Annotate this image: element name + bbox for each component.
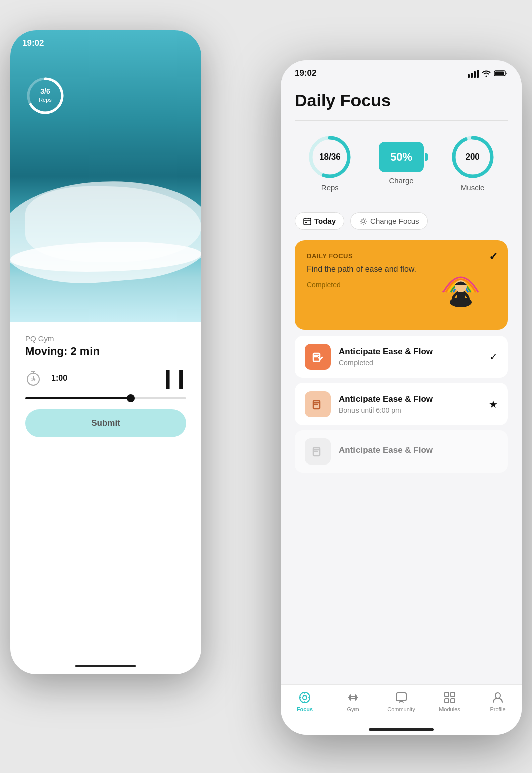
tab-focus[interactable]: Focus: [281, 691, 329, 712]
svg-rect-27: [396, 693, 406, 701]
tab-community[interactable]: Community: [377, 691, 425, 712]
meditation-illustration: ✦ ✦ ✦: [430, 252, 496, 318]
list-item-3[interactable]: Anticipate Ease & Flow: [295, 430, 508, 473]
change-focus-button[interactable]: Change Focus: [350, 212, 428, 230]
page-title: Daily Focus: [295, 91, 508, 110]
modules-tab-icon: [443, 691, 456, 704]
svg-text:✦: ✦: [478, 269, 482, 273]
list-item-2-title: Anticipate Ease & Flow: [339, 394, 481, 404]
buttons-row: Today Change Focus: [295, 212, 508, 230]
community-tab-icon: [395, 691, 408, 704]
front-phone: 19:02 Daily Focus: [281, 60, 522, 735]
list-item-1[interactable]: Anticipate Ease & Flow Completed ✓: [295, 336, 508, 378]
tab-bar: Focus Gym Community: [281, 684, 522, 735]
svg-rect-31: [451, 699, 455, 703]
submit-button[interactable]: Submit: [25, 409, 186, 437]
stats-row: 18/36 Reps 50% Charge: [295, 131, 508, 202]
charge-label: Charge: [389, 176, 413, 185]
divider: [295, 120, 508, 121]
back-status-time: 19:02: [22, 38, 44, 48]
svg-rect-30: [445, 699, 449, 703]
stat-reps: 18/36 Reps: [308, 135, 352, 192]
svg-rect-7: [495, 72, 504, 75]
progress-thumb[interactable]: [127, 394, 135, 402]
focus-tab-icon: [298, 691, 311, 704]
back-status-bar: 19:02: [10, 30, 201, 56]
tab-profile-label: Profile: [490, 706, 505, 712]
svg-rect-29: [451, 692, 455, 697]
list-item-2[interactable]: Anticipate Ease & Flow Bonus until 6:00 …: [295, 383, 508, 425]
focus-card-check: ✓: [489, 250, 498, 263]
svg-text:✦: ✦: [440, 270, 445, 276]
divider2: [295, 202, 508, 202]
front-home-indicator: [369, 728, 434, 731]
stat-muscle: 200 Muscle: [451, 135, 495, 192]
gym-info: PQ Gym Moving: 2 min 10 1:00 ❙❙ Submit: [10, 322, 201, 449]
home-indicator: [75, 665, 136, 667]
list-item-1-action: ✓: [489, 351, 498, 363]
reps-label: Reps: [321, 183, 339, 192]
charge-value: 50%: [390, 150, 412, 164]
exercise-title: Moving: 2 min: [25, 345, 186, 358]
muscle-stat-circle: 200: [451, 135, 495, 179]
svg-text:Reps: Reps: [39, 97, 52, 103]
timer-icon: 10: [25, 370, 41, 386]
ocean-background: 3/6 Reps: [10, 30, 201, 322]
svg-rect-28: [445, 692, 449, 697]
timer-row: 10 1:00 ❙❙: [25, 368, 186, 389]
list-item-2-action: ★: [489, 398, 498, 410]
time-label: 1:00: [51, 374, 67, 383]
page-content: Daily Focus 18/36 Reps 50%: [281, 83, 522, 473]
focus-card-desc: Find the path of ease and flow.: [307, 264, 430, 275]
today-button[interactable]: Today: [295, 212, 344, 230]
tab-gym-label: Gym: [347, 706, 359, 712]
focus-card-status: Completed: [307, 281, 430, 289]
svg-rect-12: [304, 218, 311, 225]
tab-community-label: Community: [387, 706, 415, 712]
svg-point-25: [303, 695, 307, 700]
list-item-1-title: Anticipate Ease & Flow: [339, 347, 481, 357]
tab-focus-label: Focus: [297, 706, 313, 712]
wifi-icon: [482, 70, 491, 77]
list-item-1-subtitle: Completed: [339, 359, 481, 367]
focus-card[interactable]: Daily Focus Find the path of ease and fl…: [295, 240, 508, 330]
svg-text:3/6: 3/6: [40, 87, 50, 95]
list-icon-1: [305, 344, 331, 370]
list-item-2-subtitle: Bonus until 6:00 pm: [339, 406, 481, 414]
tab-gym[interactable]: Gym: [329, 691, 377, 712]
svg-rect-26: [350, 697, 356, 699]
focus-card-badge: Daily Focus: [307, 252, 430, 260]
tab-profile[interactable]: Profile: [474, 691, 522, 712]
battery-icon: [494, 70, 508, 77]
list-item-3-title: Anticipate Ease & Flow: [339, 445, 498, 455]
svg-text:✦: ✦: [473, 277, 476, 280]
muscle-label: Muscle: [461, 183, 485, 192]
stat-charge: 50% Charge: [379, 142, 424, 185]
calendar-icon: [303, 217, 311, 225]
list-icon-2: [305, 391, 331, 417]
reps-stat-circle: 18/36: [308, 135, 352, 179]
list-icon-3: [305, 438, 331, 465]
signal-icon: [468, 70, 479, 78]
reps-circle: 3/6 Reps: [25, 75, 65, 116]
gym-tab-icon: [346, 691, 360, 704]
gym-label: PQ Gym: [25, 334, 186, 343]
svg-text:10: 10: [31, 377, 36, 382]
tab-modules[interactable]: Modules: [425, 691, 474, 712]
progress-track: [25, 397, 186, 399]
svg-rect-13: [305, 222, 307, 223]
sun-icon: [359, 217, 367, 225]
pause-button[interactable]: ❙❙: [160, 368, 186, 389]
progress-fill: [25, 397, 130, 399]
front-status-bar: 19:02: [281, 60, 522, 83]
svg-point-14: [362, 220, 365, 223]
muscle-value: 200: [465, 152, 479, 162]
status-icons: [468, 70, 508, 78]
charge-box: 50%: [379, 142, 424, 172]
tab-modules-label: Modules: [439, 706, 460, 712]
profile-tab-icon: [491, 691, 504, 704]
back-phone: 19:02 3/6 Reps PQ Gym Moving: 2 min 10: [10, 30, 201, 674]
front-status-time: 19:02: [295, 68, 316, 79]
svg-point-32: [495, 693, 500, 698]
reps-value: 18/36: [319, 152, 341, 162]
